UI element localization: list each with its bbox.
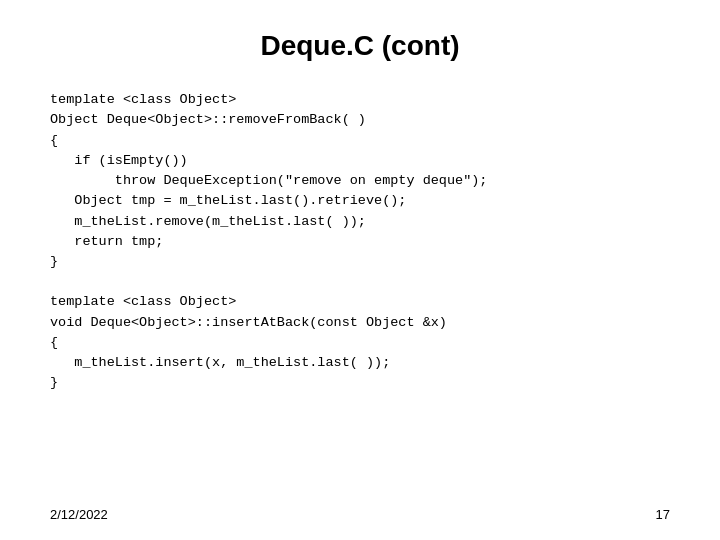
code-block-2: template <class Object> void Deque<Objec… [50, 292, 670, 393]
slide-container: Deque.C (cont) template <class Object> O… [0, 0, 720, 540]
footer-date: 2/12/2022 [50, 507, 108, 522]
code-block-1: template <class Object> Object Deque<Obj… [50, 90, 670, 272]
slide-footer: 2/12/2022 17 [50, 507, 670, 522]
footer-page: 17 [656, 507, 670, 522]
slide-title: Deque.C (cont) [50, 30, 670, 62]
